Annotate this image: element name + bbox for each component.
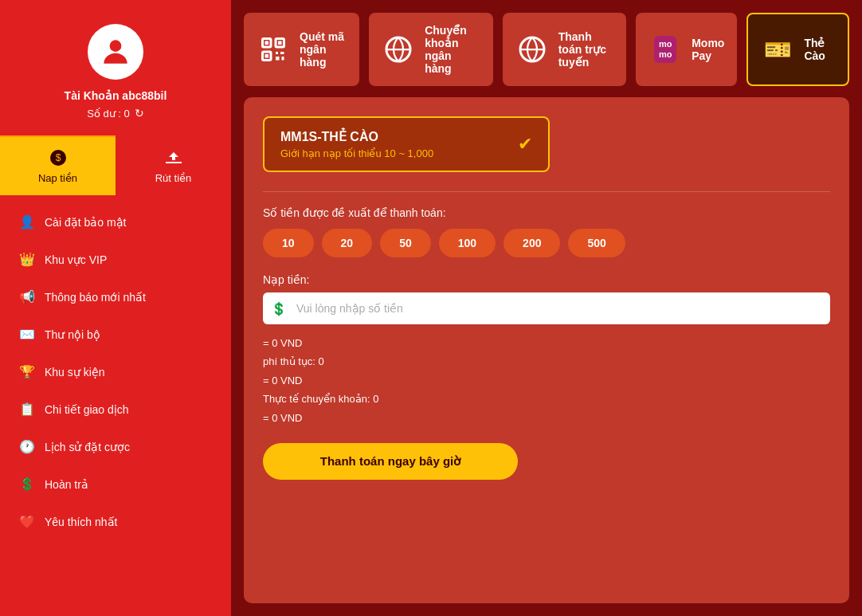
- inbox-icon: ✉️: [19, 327, 35, 342]
- method-limit: Giới hạn nạp tối thiểu 10 ~ 1,000: [280, 147, 433, 159]
- avatar: [88, 24, 143, 80]
- payment-card-bank-label: Chuyển khoản ngân hàng: [425, 24, 480, 75]
- deposit-method-header: MM1S-THẺ CÀO Giới hạn nạp tối thiểu 10 ~…: [263, 116, 550, 172]
- security-icon: 👤: [19, 214, 35, 230]
- payment-card-qr[interactable]: Quét mã ngân hàng: [244, 13, 359, 86]
- summary-line2: = 0 VND: [263, 371, 830, 390]
- menu-item-events[interactable]: 🏆 Khu sự kiện: [0, 353, 231, 390]
- refresh-icon[interactable]: ↻: [135, 107, 144, 120]
- payment-card-momo-label: Momo Pay: [692, 37, 724, 62]
- favorites-icon: ❤️: [19, 514, 35, 529]
- svg-text:$: $: [55, 152, 61, 163]
- amount-buttons: 10 20 50 100 200 500: [263, 229, 830, 257]
- amount-btn-10[interactable]: 10: [263, 229, 314, 257]
- profile-section: Tài Khoản abc88bil Số dư : 0 ↻: [0, 0, 231, 135]
- summary-line1: = 0 VND: [263, 334, 830, 352]
- thecao-icon: 🎫: [761, 33, 794, 66]
- svg-point-0: [110, 40, 122, 52]
- withdraw-icon: [164, 148, 183, 167]
- summary-line3: = 0 VND: [263, 409, 830, 427]
- main-content: Quét mã ngân hàng Chuyển khoản ngân hàng…: [231, 0, 862, 616]
- input-section: Nạp tiền: 💲: [263, 273, 830, 324]
- amount-btn-100[interactable]: 100: [439, 229, 496, 257]
- payment-card-online-label: Thanh toán trực tuyến: [558, 30, 613, 69]
- amount-btn-50[interactable]: 50: [380, 229, 431, 257]
- amount-btn-20[interactable]: 20: [322, 229, 373, 257]
- rut-tien-tab[interactable]: Rút tiền: [116, 135, 231, 195]
- svg-rect-6: [265, 41, 269, 45]
- sidebar-menu: 👤 Cài đặt bảo mật 👑 Khu vực VIP 📢 Thông …: [0, 195, 231, 548]
- nav-tabs: $ Nap tiền Rút tiền: [0, 135, 231, 195]
- sidebar: Tài Khoản abc88bil Số dư : 0 ↻ $ Nap tiề…: [0, 0, 231, 616]
- notification-icon: 📢: [19, 289, 35, 304]
- payment-card-bank[interactable]: Chuyển khoản ngân hàng: [369, 13, 492, 86]
- menu-item-vip[interactable]: 👑 Khu vực VIP: [0, 241, 231, 278]
- payment-card-qr-label: Quét mã ngân hàng: [300, 30, 347, 69]
- input-wrapper: 💲: [263, 292, 830, 324]
- menu-item-cashback[interactable]: 💲 Hoàn trả: [0, 465, 231, 503]
- globe-bank-icon: [382, 33, 415, 66]
- menu-item-notification[interactable]: 📢 Thông báo mới nhất: [0, 278, 231, 316]
- input-label: Nạp tiền:: [263, 273, 830, 286]
- pay-button[interactable]: Thanh toán ngay bây giờ: [263, 443, 518, 480]
- menu-item-security[interactable]: 👤 Cài đặt bảo mật: [0, 203, 231, 241]
- cashback-icon: 💲: [19, 477, 35, 492]
- amount-btn-500[interactable]: 500: [568, 229, 625, 257]
- deposit-box: MM1S-THẺ CÀO Giới hạn nạp tối thiểu 10 ~…: [244, 97, 849, 603]
- transactions-icon: 📋: [19, 402, 35, 417]
- menu-item-bet-history[interactable]: 🕐 Lịch sử đặt cược: [0, 428, 231, 465]
- globe-online-icon: [515, 33, 549, 66]
- dollar-icon: 💲: [271, 301, 287, 316]
- momo-icon: momo: [648, 33, 682, 66]
- nap-tien-tab[interactable]: $ Nap tiền: [0, 135, 116, 195]
- payment-methods: Quét mã ngân hàng Chuyển khoản ngân hàng…: [244, 13, 849, 86]
- summary-fee: phí thủ tục: 0: [263, 352, 830, 371]
- payment-card-momo[interactable]: momo Momo Pay: [636, 13, 737, 86]
- menu-item-favorites[interactable]: ❤️ Yêu thích nhất: [0, 503, 231, 540]
- events-icon: 🏆: [19, 364, 35, 379]
- username: Tài Khoản abc88bil: [65, 89, 167, 102]
- payment-summary: = 0 VND phí thủ tục: 0 = 0 VND Thực tế c…: [263, 334, 830, 427]
- summary-transfer: Thực tế chuyển khoản: 0: [263, 390, 830, 408]
- menu-item-transactions[interactable]: 📋 Chi tiết giao dịch: [0, 390, 231, 428]
- payment-card-thecao-label: Thẻ Cào: [804, 37, 835, 62]
- deposit-icon: $: [49, 148, 68, 167]
- qr-icon: [257, 33, 290, 66]
- section-divider: [263, 191, 830, 192]
- payment-card-online[interactable]: Thanh toán trực tuyến: [503, 13, 626, 86]
- check-icon: ✔: [518, 134, 532, 155]
- user-icon: [98, 34, 133, 69]
- balance: Số dư : 0 ↻: [87, 107, 144, 120]
- vip-icon: 👑: [19, 252, 35, 267]
- payment-card-thecao[interactable]: 🎫 Thẻ Cào: [746, 13, 849, 86]
- amount-suggestion-label: Số tiền được đề xuất để thanh toán:: [263, 206, 830, 219]
- amount-btn-200[interactable]: 200: [503, 229, 560, 257]
- bet-history-icon: 🕐: [19, 439, 35, 454]
- method-name: MM1S-THẺ CÀO: [280, 129, 433, 144]
- svg-rect-7: [278, 41, 282, 45]
- svg-rect-8: [265, 54, 269, 58]
- menu-item-inbox[interactable]: ✉️ Thư nội bộ: [0, 316, 231, 353]
- amount-input[interactable]: [293, 294, 822, 323]
